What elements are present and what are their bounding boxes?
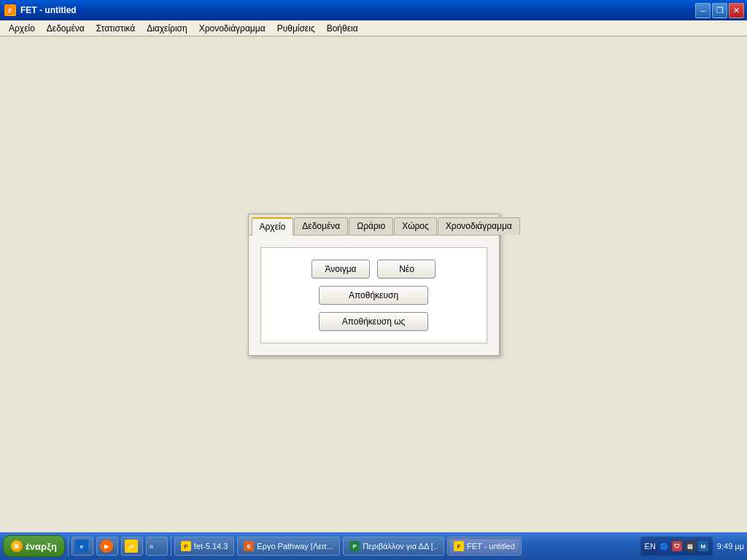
quicklaunch-arrows[interactable]: » bbox=[146, 537, 168, 556]
dialog-panel: Αρχείο Δεδομένα Ωράριο Χώρος Χρονοδιάγρα… bbox=[248, 214, 500, 356]
menu-item-data[interactable]: Δεδομένα bbox=[41, 22, 90, 35]
antivirus-icon: 🛡 bbox=[672, 541, 682, 551]
tab-timetable[interactable]: Χρονοδιάγραμμα bbox=[438, 217, 520, 235]
dialog-content: Άνοιγμα Νέο Αποθήκευση Αποθήκευση ως bbox=[249, 236, 499, 355]
start-button[interactable]: ⊞ έναρξη bbox=[3, 535, 65, 557]
quicklaunch-folder[interactable]: 📁 bbox=[121, 537, 143, 556]
tab-data[interactable]: Δεδομένα bbox=[294, 217, 348, 235]
taskbar-item-fet-untitled[interactable]: F FET - untitled bbox=[447, 537, 522, 556]
title-text: FET - untitled bbox=[20, 5, 77, 15]
fet-taskbar-icon: F bbox=[181, 541, 191, 551]
svg-text:F: F bbox=[8, 7, 12, 15]
new-button[interactable]: Νέο bbox=[377, 260, 436, 279]
button-group: Άνοιγμα Νέο Αποθήκευση Αποθήκευση ως bbox=[260, 247, 487, 343]
quicklaunch-ie[interactable]: e bbox=[71, 537, 93, 556]
menu-item-stats[interactable]: Στατιστικά bbox=[90, 22, 141, 35]
taskbar-right: EN 🌐 🛡 ▤ M 9:49 μμ bbox=[640, 537, 744, 556]
taskbar-item-fet-label: fet-5.14.3 bbox=[194, 542, 228, 551]
taskbar-divider-1 bbox=[68, 536, 69, 556]
menu-item-settings[interactable]: Ρυθμίσεις bbox=[271, 22, 321, 35]
tab-schedule[interactable]: Ωράριο bbox=[349, 217, 393, 235]
main-area: Αρχείο Δεδομένα Ωράριο Χώρος Χρονοδιάγρα… bbox=[0, 36, 747, 532]
ie-icon: e bbox=[75, 540, 88, 553]
perivallom-taskbar-icon: P bbox=[349, 541, 360, 551]
menu-item-schedule[interactable]: Χρονοδιάγραμμα bbox=[193, 22, 271, 35]
app-icon: F bbox=[4, 4, 16, 16]
windows-icon: ⊞ bbox=[11, 540, 23, 552]
menu-item-file[interactable]: Αρχείο bbox=[3, 22, 41, 35]
taskbar-item-fet[interactable]: F fet-5.14.3 bbox=[174, 537, 234, 556]
tab-bar: Αρχείο Δεδομένα Ωράριο Χώρος Χρονοδιάγρα… bbox=[249, 214, 499, 236]
taskmanager-icon: ▤ bbox=[685, 541, 695, 551]
audio-icon: M bbox=[698, 541, 708, 551]
taskbar: ⊞ έναρξη e ▶ 📁 » F fet-5.14.3 E Εργο Pat… bbox=[0, 532, 747, 560]
folder-icon: 📁 bbox=[125, 540, 138, 553]
btn-row-save: Αποθήκευση bbox=[273, 286, 475, 305]
tab-file[interactable]: Αρχείο bbox=[252, 217, 294, 236]
taskbar-item-perivallom[interactable]: P Περιβάλλον για ΔΔ [.. bbox=[343, 537, 444, 556]
save-button[interactable]: Αποθήκευση bbox=[319, 286, 428, 305]
window-controls: – ❐ ✕ bbox=[695, 3, 744, 18]
taskbar-item-fet-untitled-label: FET - untitled bbox=[467, 542, 515, 551]
taskbar-item-ergo[interactable]: E Εργο Pathway [Λειτ... bbox=[237, 537, 340, 556]
minimize-button[interactable]: – bbox=[695, 3, 711, 18]
open-button[interactable]: Άνοιγμα bbox=[311, 260, 371, 279]
title-bar: F FET - untitled – ❐ ✕ bbox=[0, 0, 747, 20]
start-label: έναρξη bbox=[26, 541, 57, 552]
fet-untitled-taskbar-icon: F bbox=[454, 541, 464, 551]
menu-item-manage[interactable]: Διαχείριση bbox=[141, 22, 193, 35]
taskbar-item-perivallom-label: Περιβάλλον για ΔΔ [.. bbox=[363, 542, 438, 551]
taskbar-item-ergo-label: Εργο Pathway [Λειτ... bbox=[257, 542, 333, 551]
close-button[interactable]: ✕ bbox=[729, 3, 744, 18]
system-clock: 9:49 μμ bbox=[717, 542, 744, 551]
save-as-button[interactable]: Αποθήκευση ως bbox=[319, 312, 428, 331]
lang-indicator: EN bbox=[645, 542, 656, 551]
btn-row-top: Άνοιγμα Νέο bbox=[273, 260, 475, 279]
tab-space[interactable]: Χώρος bbox=[394, 217, 437, 235]
media-icon: ▶ bbox=[100, 540, 113, 553]
quicklaunch-media[interactable]: ▶ bbox=[96, 537, 118, 556]
ergo-taskbar-icon: E bbox=[244, 541, 254, 551]
restore-button[interactable]: ❐ bbox=[712, 3, 727, 18]
taskbar-divider-2 bbox=[171, 536, 171, 556]
menu-item-help[interactable]: Βοήθεια bbox=[321, 22, 364, 35]
btn-row-saveas: Αποθήκευση ως bbox=[273, 312, 475, 331]
network-icon: 🌐 bbox=[659, 541, 669, 551]
menu-bar: Αρχείο Δεδομένα Στατιστικά Διαχείριση Χρ… bbox=[0, 20, 747, 36]
systray: EN 🌐 🛡 ▤ M bbox=[640, 537, 713, 556]
